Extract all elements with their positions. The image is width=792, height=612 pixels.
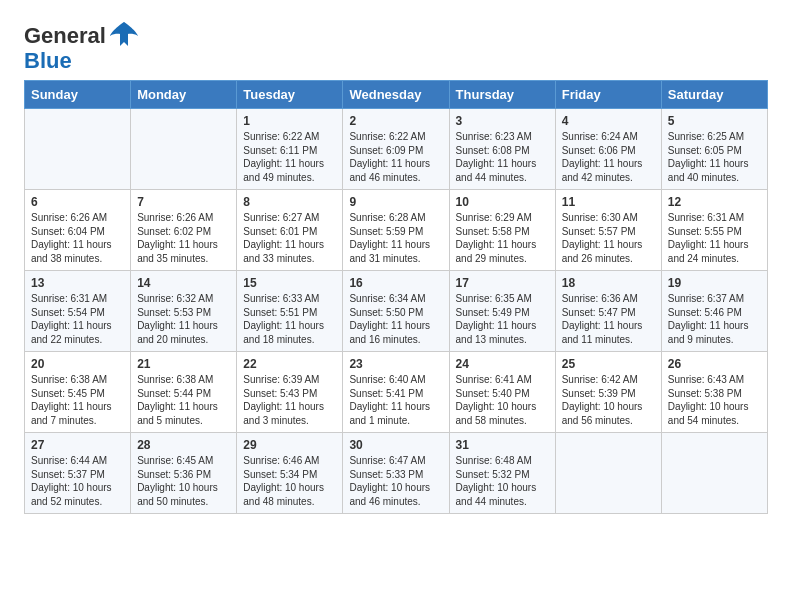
header: General Blue — [24, 20, 768, 74]
day-cell-27: 27Sunrise: 6:44 AM Sunset: 5:37 PM Dayli… — [25, 433, 131, 514]
week-row-1: 1Sunrise: 6:22 AM Sunset: 6:11 PM Daylig… — [25, 109, 768, 190]
day-cell-4: 4Sunrise: 6:24 AM Sunset: 6:06 PM Daylig… — [555, 109, 661, 190]
logo-blue-text: Blue — [24, 48, 72, 74]
weekday-header-monday: Monday — [131, 81, 237, 109]
cell-text: Sunrise: 6:29 AM Sunset: 5:58 PM Dayligh… — [456, 211, 549, 265]
day-number: 3 — [456, 114, 549, 128]
cell-text: Sunrise: 6:45 AM Sunset: 5:36 PM Dayligh… — [137, 454, 230, 508]
cell-text: Sunrise: 6:42 AM Sunset: 5:39 PM Dayligh… — [562, 373, 655, 427]
cell-text: Sunrise: 6:25 AM Sunset: 6:05 PM Dayligh… — [668, 130, 761, 184]
cell-text: Sunrise: 6:26 AM Sunset: 6:04 PM Dayligh… — [31, 211, 124, 265]
cell-text: Sunrise: 6:30 AM Sunset: 5:57 PM Dayligh… — [562, 211, 655, 265]
day-number: 26 — [668, 357, 761, 371]
day-cell-16: 16Sunrise: 6:34 AM Sunset: 5:50 PM Dayli… — [343, 271, 449, 352]
day-number: 23 — [349, 357, 442, 371]
day-number: 21 — [137, 357, 230, 371]
cell-text: Sunrise: 6:40 AM Sunset: 5:41 PM Dayligh… — [349, 373, 442, 427]
day-cell-11: 11Sunrise: 6:30 AM Sunset: 5:57 PM Dayli… — [555, 190, 661, 271]
day-number: 30 — [349, 438, 442, 452]
week-row-2: 6Sunrise: 6:26 AM Sunset: 6:04 PM Daylig… — [25, 190, 768, 271]
day-number: 5 — [668, 114, 761, 128]
day-number: 4 — [562, 114, 655, 128]
day-cell-17: 17Sunrise: 6:35 AM Sunset: 5:49 PM Dayli… — [449, 271, 555, 352]
day-cell-15: 15Sunrise: 6:33 AM Sunset: 5:51 PM Dayli… — [237, 271, 343, 352]
week-row-4: 20Sunrise: 6:38 AM Sunset: 5:45 PM Dayli… — [25, 352, 768, 433]
day-cell-23: 23Sunrise: 6:40 AM Sunset: 5:41 PM Dayli… — [343, 352, 449, 433]
weekday-header-friday: Friday — [555, 81, 661, 109]
day-number: 17 — [456, 276, 549, 290]
empty-cell — [555, 433, 661, 514]
cell-text: Sunrise: 6:26 AM Sunset: 6:02 PM Dayligh… — [137, 211, 230, 265]
weekday-header-saturday: Saturday — [661, 81, 767, 109]
day-cell-30: 30Sunrise: 6:47 AM Sunset: 5:33 PM Dayli… — [343, 433, 449, 514]
day-number: 1 — [243, 114, 336, 128]
day-number: 6 — [31, 195, 124, 209]
day-number: 8 — [243, 195, 336, 209]
day-cell-1: 1Sunrise: 6:22 AM Sunset: 6:11 PM Daylig… — [237, 109, 343, 190]
cell-text: Sunrise: 6:31 AM Sunset: 5:54 PM Dayligh… — [31, 292, 124, 346]
weekday-header-thursday: Thursday — [449, 81, 555, 109]
calendar-table: SundayMondayTuesdayWednesdayThursdayFrid… — [24, 80, 768, 514]
cell-text: Sunrise: 6:39 AM Sunset: 5:43 PM Dayligh… — [243, 373, 336, 427]
day-number: 31 — [456, 438, 549, 452]
logo-bird-icon — [108, 20, 140, 52]
cell-text: Sunrise: 6:37 AM Sunset: 5:46 PM Dayligh… — [668, 292, 761, 346]
day-cell-14: 14Sunrise: 6:32 AM Sunset: 5:53 PM Dayli… — [131, 271, 237, 352]
day-cell-13: 13Sunrise: 6:31 AM Sunset: 5:54 PM Dayli… — [25, 271, 131, 352]
cell-text: Sunrise: 6:43 AM Sunset: 5:38 PM Dayligh… — [668, 373, 761, 427]
weekday-header-row: SundayMondayTuesdayWednesdayThursdayFrid… — [25, 81, 768, 109]
day-cell-8: 8Sunrise: 6:27 AM Sunset: 6:01 PM Daylig… — [237, 190, 343, 271]
day-number: 10 — [456, 195, 549, 209]
cell-text: Sunrise: 6:34 AM Sunset: 5:50 PM Dayligh… — [349, 292, 442, 346]
day-number: 27 — [31, 438, 124, 452]
day-cell-24: 24Sunrise: 6:41 AM Sunset: 5:40 PM Dayli… — [449, 352, 555, 433]
day-number: 20 — [31, 357, 124, 371]
day-number: 24 — [456, 357, 549, 371]
day-cell-5: 5Sunrise: 6:25 AM Sunset: 6:05 PM Daylig… — [661, 109, 767, 190]
day-number: 11 — [562, 195, 655, 209]
day-number: 9 — [349, 195, 442, 209]
day-cell-20: 20Sunrise: 6:38 AM Sunset: 5:45 PM Dayli… — [25, 352, 131, 433]
empty-cell — [131, 109, 237, 190]
day-cell-6: 6Sunrise: 6:26 AM Sunset: 6:04 PM Daylig… — [25, 190, 131, 271]
day-cell-9: 9Sunrise: 6:28 AM Sunset: 5:59 PM Daylig… — [343, 190, 449, 271]
day-number: 7 — [137, 195, 230, 209]
day-number: 28 — [137, 438, 230, 452]
cell-text: Sunrise: 6:33 AM Sunset: 5:51 PM Dayligh… — [243, 292, 336, 346]
cell-text: Sunrise: 6:32 AM Sunset: 5:53 PM Dayligh… — [137, 292, 230, 346]
weekday-header-tuesday: Tuesday — [237, 81, 343, 109]
cell-text: Sunrise: 6:22 AM Sunset: 6:11 PM Dayligh… — [243, 130, 336, 184]
day-cell-22: 22Sunrise: 6:39 AM Sunset: 5:43 PM Dayli… — [237, 352, 343, 433]
empty-cell — [25, 109, 131, 190]
day-number: 16 — [349, 276, 442, 290]
day-cell-21: 21Sunrise: 6:38 AM Sunset: 5:44 PM Dayli… — [131, 352, 237, 433]
day-cell-31: 31Sunrise: 6:48 AM Sunset: 5:32 PM Dayli… — [449, 433, 555, 514]
day-number: 2 — [349, 114, 442, 128]
cell-text: Sunrise: 6:35 AM Sunset: 5:49 PM Dayligh… — [456, 292, 549, 346]
weekday-header-sunday: Sunday — [25, 81, 131, 109]
cell-text: Sunrise: 6:47 AM Sunset: 5:33 PM Dayligh… — [349, 454, 442, 508]
day-number: 12 — [668, 195, 761, 209]
day-number: 25 — [562, 357, 655, 371]
empty-cell — [661, 433, 767, 514]
day-cell-3: 3Sunrise: 6:23 AM Sunset: 6:08 PM Daylig… — [449, 109, 555, 190]
day-number: 14 — [137, 276, 230, 290]
day-number: 15 — [243, 276, 336, 290]
cell-text: Sunrise: 6:44 AM Sunset: 5:37 PM Dayligh… — [31, 454, 124, 508]
cell-text: Sunrise: 6:28 AM Sunset: 5:59 PM Dayligh… — [349, 211, 442, 265]
day-cell-25: 25Sunrise: 6:42 AM Sunset: 5:39 PM Dayli… — [555, 352, 661, 433]
cell-text: Sunrise: 6:31 AM Sunset: 5:55 PM Dayligh… — [668, 211, 761, 265]
cell-text: Sunrise: 6:36 AM Sunset: 5:47 PM Dayligh… — [562, 292, 655, 346]
day-number: 19 — [668, 276, 761, 290]
logo-general-text: General — [24, 23, 106, 49]
weekday-header-wednesday: Wednesday — [343, 81, 449, 109]
day-cell-12: 12Sunrise: 6:31 AM Sunset: 5:55 PM Dayli… — [661, 190, 767, 271]
day-number: 22 — [243, 357, 336, 371]
cell-text: Sunrise: 6:48 AM Sunset: 5:32 PM Dayligh… — [456, 454, 549, 508]
day-number: 13 — [31, 276, 124, 290]
logo-area: General Blue — [24, 20, 140, 74]
cell-text: Sunrise: 6:27 AM Sunset: 6:01 PM Dayligh… — [243, 211, 336, 265]
day-cell-26: 26Sunrise: 6:43 AM Sunset: 5:38 PM Dayli… — [661, 352, 767, 433]
day-cell-10: 10Sunrise: 6:29 AM Sunset: 5:58 PM Dayli… — [449, 190, 555, 271]
week-row-3: 13Sunrise: 6:31 AM Sunset: 5:54 PM Dayli… — [25, 271, 768, 352]
